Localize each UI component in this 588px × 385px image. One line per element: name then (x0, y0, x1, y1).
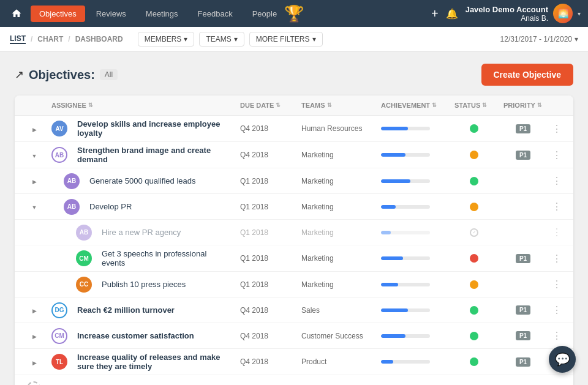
td-achievement (376, 305, 450, 316)
objective-name[interactable]: Increase customer satisfaction (77, 331, 194, 340)
td-status (450, 173, 499, 189)
table-row[interactable]: AB Develop PR Q1 2018 Marketing ⋮ (15, 194, 573, 220)
more-menu-icon[interactable]: ⋮ (552, 330, 562, 342)
status-dot-green (470, 177, 478, 185)
objective-name[interactable]: Strengthen brand image and create demand (77, 146, 230, 164)
td-achievement (376, 176, 450, 187)
notification-bell[interactable]: 🔔 (446, 8, 458, 20)
table-row[interactable]: AB Generate 5000 qualified leads Q1 2018… (15, 168, 573, 194)
td-actions[interactable]: ⋮ (548, 119, 566, 138)
home-button[interactable] (7, 4, 26, 23)
more-menu-icon[interactable]: ⋮ (552, 123, 562, 135)
th-achievement[interactable]: ACHIEVEMENT ⇅ (376, 95, 450, 115)
objective-name[interactable]: Hire a new PR agency (102, 228, 181, 237)
teams-filter[interactable]: TEAMS ▾ (199, 32, 244, 47)
td-actions[interactable]: ⋮ (548, 275, 566, 294)
avatar: TL (51, 354, 67, 370)
more-menu-icon[interactable]: ⋮ (552, 201, 562, 212)
table-row[interactable]: CM Increase customer satisfaction Q4 201… (15, 323, 573, 349)
progress-bar (381, 334, 430, 338)
account-sub: Anais B. (466, 14, 548, 23)
view-list[interactable]: LIST (10, 34, 26, 44)
td-assignee: CM Increase customer satisfaction (47, 324, 235, 348)
members-filter[interactable]: MEMBERS ▾ (138, 32, 195, 47)
td-actions[interactable]: ⋮ (548, 249, 566, 268)
th-assignee[interactable]: ASSIGNEE ⇅ (47, 95, 235, 115)
more-menu-icon[interactable]: ⋮ (552, 149, 562, 161)
nav-people[interactable]: People (244, 6, 285, 22)
more-menu-icon[interactable]: ⋮ (552, 175, 562, 187)
td-status (450, 354, 499, 370)
td-status (450, 147, 499, 163)
sep2: / (68, 35, 70, 43)
table-row[interactable]: AB Strengthen brand image and create dem… (15, 142, 573, 168)
priority-badge: P1 (516, 124, 530, 133)
td-actions[interactable]: ⋮ (548, 326, 566, 345)
priority-badge: P1 (516, 305, 530, 315)
objective-name[interactable]: Reach €2 million turnover (77, 305, 175, 315)
all-badge[interactable]: All (100, 69, 118, 80)
more-menu-icon[interactable]: ⋮ (552, 253, 562, 264)
td-actions[interactable]: ⋮ (548, 146, 566, 165)
th-priority[interactable]: PRIORITY ⇅ (499, 95, 548, 115)
td-actions[interactable]: ⋮ (548, 223, 566, 242)
table-row[interactable]: TL Increase quality of releases and make… (15, 349, 573, 375)
main-content: ↗ Objectives: All Create Objective ASSIG… (0, 51, 588, 385)
more-menu-icon[interactable]: ⋮ (552, 278, 562, 290)
expand-right-icon[interactable] (32, 124, 37, 133)
td-actions[interactable]: ⋮ (548, 171, 566, 190)
th-status[interactable]: STATUS ⇅ (450, 95, 499, 115)
objective-name[interactable]: Develop skills and increase employee loy… (77, 119, 230, 138)
td-team: Marketing (296, 277, 376, 293)
table-row[interactable]: AB Hire a new PR agency Q1 2018 Marketin… (15, 220, 573, 245)
expand-down-icon[interactable] (32, 151, 37, 160)
td-expand (22, 229, 47, 236)
expand-right-icon[interactable] (32, 331, 37, 340)
td-due-date: Q1 2018 (235, 225, 296, 241)
nav-meetings[interactable]: Meetings (137, 6, 187, 22)
td-actions[interactable]: ⋮ (548, 197, 566, 216)
view-chart[interactable]: CHART (37, 35, 63, 43)
more-menu-icon[interactable]: ⋮ (552, 226, 562, 238)
table-row[interactable]: CC Publish 10 press pieces Q1 2018 Marke… (15, 272, 573, 297)
date-range[interactable]: 12/31/2017 - 1/1/2020 ▾ (500, 35, 578, 43)
nav-objectives[interactable]: Objectives (31, 6, 85, 22)
priority-badge: P1 (516, 357, 530, 367)
objective-name[interactable]: Generate 5000 qualified leads (89, 176, 195, 185)
td-priority: P1 (499, 327, 548, 344)
td-due-date: Q4 2018 (235, 147, 296, 163)
nav-reviews[interactable]: Reviews (88, 6, 135, 22)
chat-bubble[interactable]: 💬 (549, 346, 576, 373)
progress-bar (381, 283, 430, 286)
objective-name[interactable]: Develop PR (89, 202, 132, 211)
td-status (450, 328, 499, 344)
view-dashboard[interactable]: DASHBOARD (75, 35, 123, 43)
create-objective-button[interactable]: Create Objective (481, 64, 574, 86)
progress-bar (381, 153, 430, 157)
th-due-date[interactable]: DUE DATE ⇅ (235, 95, 296, 115)
objective-name[interactable]: Get 3 speechs in professional events (102, 249, 230, 267)
table-row[interactable]: AV Develop skills and increase employee … (15, 116, 573, 142)
create-objective-row[interactable]: + Create Objective (15, 375, 573, 385)
expand-right-icon[interactable] (32, 305, 37, 315)
td-actions[interactable]: ⋮ (548, 301, 566, 320)
more-filters[interactable]: MORE FILTERS ▾ (249, 32, 323, 47)
add-button[interactable]: + (431, 7, 439, 21)
expand-down-icon[interactable] (32, 202, 37, 211)
td-achievement (376, 201, 450, 212)
objective-name[interactable]: Increase quality of releases and make su… (77, 353, 230, 371)
progress-bar (381, 256, 430, 260)
expand-right-icon[interactable] (32, 176, 37, 185)
expand-right-icon[interactable] (32, 357, 37, 367)
td-achievement (376, 149, 450, 160)
table-row[interactable]: DG Reach €2 million turnover Q4 2018 Sal… (15, 297, 573, 323)
table-row[interactable]: CM Get 3 speechs in professional events … (15, 245, 573, 272)
account-info[interactable]: Javelo Demo Account Anais B. 🌅 ▾ (466, 4, 581, 23)
objective-name[interactable]: Publish 10 press pieces (102, 280, 186, 289)
nav-feedback[interactable]: Feedback (189, 6, 241, 22)
td-assignee: TL Increase quality of releases and make… (47, 349, 235, 375)
td-team: Marketing (296, 225, 376, 241)
td-priority (499, 178, 548, 185)
th-teams[interactable]: TEAMS ⇅ (296, 95, 376, 115)
more-menu-icon[interactable]: ⋮ (552, 304, 562, 316)
